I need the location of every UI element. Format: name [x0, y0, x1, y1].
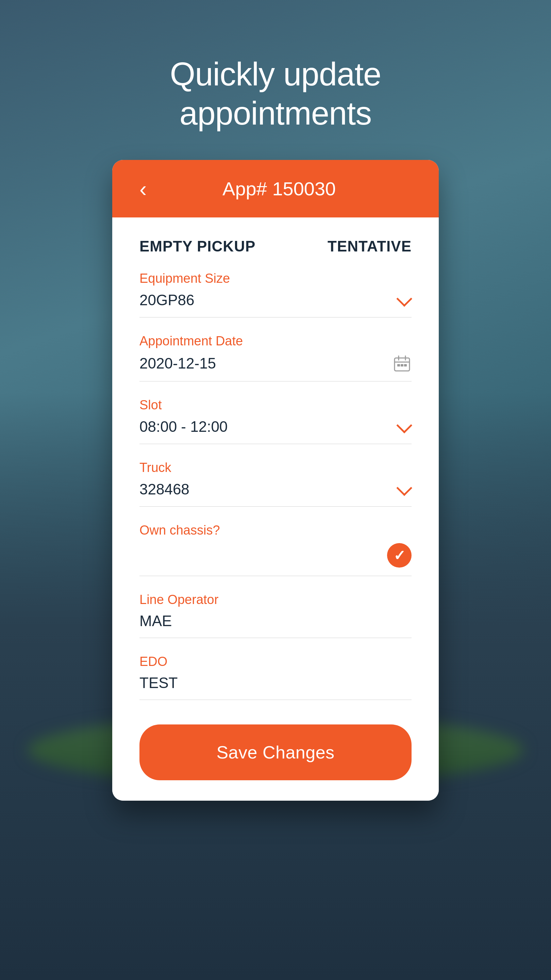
- field-group-equipment-size: Equipment Size 20GP86: [140, 271, 411, 318]
- line-operator-label: Line Operator: [140, 592, 411, 607]
- main-card: ‹ App# 150030 EMPTY PICKUP TENTATIVE Equ…: [112, 160, 439, 801]
- card-body: EMPTY PICKUP TENTATIVE Equipment Size 20…: [112, 218, 439, 801]
- equipment-size-chevron-icon[interactable]: [394, 291, 411, 309]
- appointment-status: TENTATIVE: [327, 238, 411, 255]
- appointment-date-value: 2020-12-15: [140, 355, 216, 372]
- appointment-date-label: Appointment Date: [140, 334, 411, 348]
- truck-chevron-icon[interactable]: [394, 480, 411, 498]
- back-button[interactable]: ‹: [140, 178, 147, 200]
- card-header: ‹ App# 150030: [112, 160, 439, 218]
- page-wrapper: Quickly updateappointments ‹ App# 150030…: [0, 0, 551, 980]
- truck-label: Truck: [140, 460, 411, 475]
- svg-rect-5: [401, 364, 403, 366]
- field-group-truck: Truck 328468: [140, 460, 411, 507]
- card-title: App# 150030: [160, 178, 398, 200]
- slot-label: Slot: [140, 398, 411, 412]
- own-chassis-checkbox[interactable]: [387, 543, 411, 568]
- equipment-size-field[interactable]: 20GP86: [140, 291, 411, 318]
- edo-field[interactable]: TEST: [140, 675, 411, 700]
- hero-title: Quickly updateappointments: [170, 54, 381, 133]
- line-operator-field[interactable]: MAE: [140, 612, 411, 638]
- field-group-own-chassis: Own chassis?: [140, 523, 411, 576]
- edo-label: EDO: [140, 654, 411, 669]
- save-changes-button[interactable]: Save Changes: [140, 724, 411, 780]
- line-operator-value: MAE: [140, 612, 172, 630]
- type-status-row: EMPTY PICKUP TENTATIVE: [140, 238, 411, 255]
- truck-field[interactable]: 328468: [140, 480, 411, 507]
- slot-chevron-icon[interactable]: [394, 418, 411, 436]
- svg-rect-4: [397, 364, 400, 366]
- equipment-size-label: Equipment Size: [140, 271, 411, 286]
- edo-value: TEST: [140, 675, 178, 692]
- field-group-slot: Slot 08:00 - 12:00: [140, 398, 411, 444]
- slot-value: 08:00 - 12:00: [140, 418, 227, 435]
- field-group-appointment-date: Appointment Date 2020-12-15: [140, 334, 411, 382]
- truck-value: 328468: [140, 481, 189, 498]
- svg-rect-6: [404, 364, 407, 366]
- slot-field[interactable]: 08:00 - 12:00: [140, 418, 411, 444]
- field-group-line-operator: Line Operator MAE: [140, 592, 411, 638]
- equipment-size-value: 20GP86: [140, 292, 194, 309]
- appointment-type: EMPTY PICKUP: [140, 238, 256, 255]
- appointment-date-field[interactable]: 2020-12-15: [140, 354, 411, 382]
- field-group-edo: EDO TEST: [140, 654, 411, 700]
- own-chassis-field[interactable]: [140, 543, 411, 576]
- calendar-icon[interactable]: [392, 354, 411, 373]
- own-chassis-label: Own chassis?: [140, 523, 411, 538]
